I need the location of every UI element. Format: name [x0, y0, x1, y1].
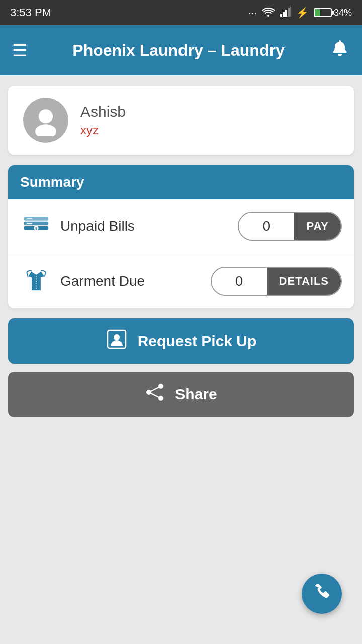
signal-icon — [280, 7, 291, 19]
share-icon — [145, 382, 165, 407]
battery-icon: 34% — [314, 8, 352, 18]
svg-line-22 — [149, 386, 161, 392]
profile-card: Ashisb xyz — [8, 86, 354, 155]
dots-icon: ··· — [248, 7, 257, 19]
garment-due-row: Garment Due 0 DETAILS — [8, 254, 354, 308]
battery-percent: 34% — [334, 8, 352, 18]
garment-due-value: 0 — [212, 268, 267, 295]
profile-subtitle: xyz — [80, 123, 126, 137]
share-button[interactable]: Share — [8, 372, 354, 417]
unpaid-bills-icon: $ — [20, 210, 52, 243]
profile-info: Ashisb xyz — [80, 103, 126, 137]
profile-name: Ashisb — [80, 103, 126, 120]
svg-point-0 — [267, 15, 269, 17]
wifi-icon — [262, 7, 275, 19]
status-bar: 3:53 PM ··· ⚡ 34% — [0, 0, 362, 25]
unpaid-bills-row: $ Unpaid Bills 0 PAY — [8, 199, 354, 254]
menu-icon[interactable]: ☰ — [12, 40, 27, 60]
summary-title: Summary — [20, 174, 84, 190]
garment-due-label: Garment Due — [60, 273, 203, 289]
svg-text:$: $ — [35, 227, 37, 231]
bell-icon[interactable] — [330, 38, 350, 63]
summary-card: Summary $ Unpaid Bills 0 PAY — [8, 165, 354, 308]
svg-rect-5 — [290, 7, 291, 17]
status-icons: ··· ⚡ 34% — [248, 7, 352, 19]
request-pickup-button[interactable]: Request Pick Up — [8, 318, 354, 364]
top-nav: ☰ Phoenix Laundry – Laundry — [0, 25, 362, 75]
pickup-label: Request Pick Up — [138, 333, 257, 350]
svg-rect-3 — [285, 10, 287, 17]
unpaid-bills-value: 0 — [239, 213, 294, 240]
details-button[interactable]: DETAILS — [267, 268, 341, 295]
pickup-icon — [106, 328, 128, 354]
unpaid-bills-action: 0 PAY — [238, 212, 342, 241]
charging-icon: ⚡ — [296, 7, 309, 19]
svg-rect-2 — [283, 12, 285, 17]
svg-point-6 — [39, 109, 53, 123]
call-fab[interactable] — [302, 574, 342, 614]
share-label: Share — [175, 386, 217, 403]
garment-due-action: 0 DETAILS — [211, 267, 342, 296]
pay-button[interactable]: PAY — [294, 213, 341, 240]
svg-rect-1 — [280, 14, 282, 17]
svg-line-23 — [149, 392, 161, 398]
unpaid-bills-label: Unpaid Bills — [60, 218, 230, 234]
svg-rect-4 — [288, 8, 290, 17]
avatar — [23, 98, 68, 143]
svg-point-7 — [35, 124, 56, 136]
nav-title: Phoenix Laundry – Laundry — [72, 41, 284, 60]
summary-header: Summary — [8, 165, 354, 199]
garment-due-icon — [20, 265, 52, 297]
action-buttons: Request Pick Up Share — [8, 318, 354, 417]
status-time: 3:53 PM — [10, 6, 51, 19]
